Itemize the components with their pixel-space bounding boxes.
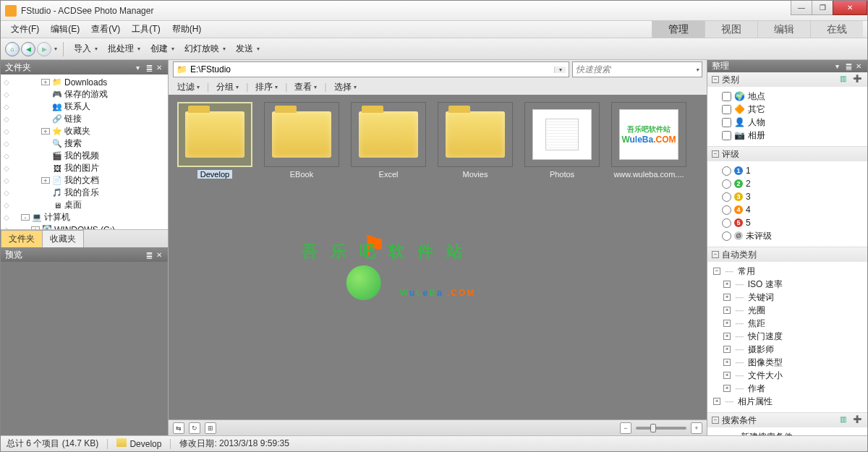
folder-tree[interactable]: ◇+📁Downloads◇🎮保存的游戏◇👥联系人◇🔗链接◇+⭐收藏夹◇🔍搜索◇🎬… xyxy=(1,74,168,229)
thumbnail-area[interactable]: DevelopEBookExcelMoviesPhotos吾乐吧软件站WuleB… xyxy=(169,95,707,419)
tree-item[interactable]: ◇🎵我的音乐 xyxy=(1,187,168,199)
preview-close-icon[interactable]: ✕ xyxy=(156,251,163,259)
tree-item[interactable]: ◇🎬我的视频 xyxy=(1,150,168,162)
tree-item[interactable]: ◇👥联系人 xyxy=(1,101,168,113)
rating-item[interactable]: 33 xyxy=(707,190,867,203)
mode-online[interactable]: 在线 xyxy=(810,21,863,38)
rating-item[interactable]: 11 xyxy=(707,164,867,177)
tree-item[interactable]: ◇🖼我的图片 xyxy=(1,162,168,174)
auto-head[interactable]: −自动类别 xyxy=(707,247,867,262)
new-search-item[interactable]: ·····新建搜索条件 xyxy=(707,430,867,435)
thumbnail-item[interactable]: Develop xyxy=(176,102,254,179)
category-item[interactable]: 🔶其它 xyxy=(707,103,867,116)
preview-pin-icon[interactable]: ䷀ xyxy=(146,251,153,259)
tool-send[interactable]: 发送 xyxy=(231,43,264,55)
filter-filter[interactable]: 过滤 xyxy=(174,81,203,93)
category-item[interactable]: 🌍地点 xyxy=(707,90,867,103)
search-add-icon[interactable]: ➕ xyxy=(853,415,863,425)
tree-item[interactable]: ◇+📁Downloads xyxy=(1,76,168,88)
filter-sort[interactable]: 排序 xyxy=(252,81,281,93)
tool-batch[interactable]: 批处理 xyxy=(103,43,145,55)
thumb-tool-2[interactable]: ↻ xyxy=(189,422,200,434)
nav-back-button[interactable]: ◀ xyxy=(21,42,35,56)
mode-manage[interactable]: 管理 xyxy=(652,21,705,38)
categories-head[interactable]: −类别 ▥➕ xyxy=(707,72,867,87)
menu-tools[interactable]: 工具(T) xyxy=(126,21,166,38)
rating-item[interactable]: 22 xyxy=(707,177,867,190)
thumb-tool-3[interactable]: ⊞ xyxy=(205,422,216,434)
auto-item[interactable]: +·····作者 xyxy=(723,382,867,395)
menu-edit[interactable]: 编辑(E) xyxy=(45,21,85,38)
menu-view[interactable]: 查看(V) xyxy=(85,21,126,38)
close-button[interactable]: ✕ xyxy=(833,1,867,15)
tool-create[interactable]: 创建 xyxy=(146,43,179,55)
tree-item[interactable]: ◇🔗链接 xyxy=(1,113,168,125)
tab-favorites[interactable]: 收藏夹 xyxy=(42,230,84,247)
thumbnail-item[interactable]: Photos xyxy=(523,102,601,179)
auto-item[interactable]: +·····文件大小 xyxy=(723,369,867,382)
ratings-head[interactable]: −评级 xyxy=(707,147,867,161)
organize-pin-icon[interactable]: ䷀ xyxy=(846,62,853,70)
auto-item[interactable]: +·····焦距 xyxy=(723,317,867,330)
rating-item[interactable]: 44 xyxy=(707,203,867,216)
auto-item[interactable]: +·····光圈 xyxy=(723,304,867,317)
panel-close-icon[interactable]: ✕ xyxy=(156,64,163,72)
quick-search-input[interactable]: 快速搜索 ▾ xyxy=(572,61,702,77)
tree-item[interactable]: ◇-💻计算机 xyxy=(1,211,168,223)
preview-panel: 预览 ䷀ ✕ xyxy=(1,247,168,435)
cat-add-icon[interactable]: ➕ xyxy=(853,74,863,85)
minimize-button[interactable]: — xyxy=(791,1,812,15)
organize-menu-icon[interactable]: ▾ xyxy=(835,62,843,70)
auto-item[interactable]: +·····ISO 速率 xyxy=(723,278,867,291)
tool-import[interactable]: 导入 xyxy=(69,43,102,55)
auto-common[interactable]: −·····常用 xyxy=(707,265,867,278)
thumbnail-item[interactable]: Excel xyxy=(349,102,427,179)
tab-folders[interactable]: 文件夹 xyxy=(1,230,43,247)
zoom-out-button[interactable]: − xyxy=(620,422,631,434)
menu-file[interactable]: 文件(F) xyxy=(5,21,45,38)
maximize-button[interactable]: ❐ xyxy=(812,1,833,15)
thumb-tool-1[interactable]: ⇆ xyxy=(173,422,184,434)
filter-view[interactable]: 查看 xyxy=(292,81,320,93)
organize-close-icon[interactable]: ✕ xyxy=(856,62,863,70)
thumbnail-item[interactable]: 吾乐吧软件站WuleBa.COMwww.wuleba.com.... xyxy=(610,102,688,179)
menu-help[interactable]: 帮助(H) xyxy=(166,21,208,38)
search-dropdown-icon[interactable]: ▾ xyxy=(696,67,699,73)
nav-home-button[interactable]: ⌂ xyxy=(5,42,20,56)
cat-tool-icon[interactable]: ▥ xyxy=(840,74,850,85)
tree-item[interactable]: ◇🔍搜索 xyxy=(1,137,168,150)
filter-group[interactable]: 分组 xyxy=(213,81,242,93)
tree-item[interactable]: ◇🖥桌面 xyxy=(1,199,168,211)
path-dropdown-icon[interactable]: ▾ xyxy=(554,67,566,73)
mode-view[interactable]: 视图 xyxy=(705,21,757,38)
search-tool-icon[interactable]: ▥ xyxy=(840,415,850,425)
thumbnail-item[interactable]: EBook xyxy=(263,102,341,179)
mode-edit[interactable]: 编辑 xyxy=(757,21,810,38)
zoom-in-button[interactable]: + xyxy=(691,422,702,434)
app-icon xyxy=(5,5,17,17)
category-item[interactable]: 📷相册 xyxy=(707,129,867,142)
auto-item[interactable]: +·····关键词 xyxy=(723,291,867,304)
category-item[interactable]: 👤人物 xyxy=(707,116,867,129)
panel-menu-icon[interactable]: ▾ xyxy=(136,64,143,72)
auto-item[interactable]: +·····快门速度 xyxy=(723,330,867,343)
path-text: E:\FStudio xyxy=(190,64,231,74)
search-head[interactable]: −搜索条件 ▥➕ xyxy=(707,413,867,427)
rating-item[interactable]: 55 xyxy=(707,216,867,229)
tool-slideshow[interactable]: 幻灯放映 xyxy=(180,43,230,55)
nav-dropdown-icon[interactable]: ▾ xyxy=(54,46,57,52)
auto-photo-attr[interactable]: +·····相片属性 xyxy=(707,395,867,408)
tree-item[interactable]: ◇+💽WINDOWS (C:) xyxy=(1,223,168,229)
panel-pin-icon[interactable]: ䷀ xyxy=(146,64,153,72)
nav-forward-button[interactable]: ▶ xyxy=(37,42,51,56)
zoom-slider[interactable] xyxy=(636,427,686,430)
auto-item[interactable]: +·····摄影师 xyxy=(723,343,867,356)
auto-item[interactable]: +·····图像类型 xyxy=(723,356,867,369)
thumbnail-item[interactable]: Movies xyxy=(436,102,514,179)
filter-select[interactable]: 选择 xyxy=(331,81,359,93)
rating-unrated[interactable]: Ø未评级 xyxy=(707,229,867,242)
path-input[interactable]: 📁 E:\FStudio ▾ xyxy=(173,61,569,77)
tree-item[interactable]: ◇+📄我的文档 xyxy=(1,174,168,187)
tree-item[interactable]: ◇+⭐收藏夹 xyxy=(1,125,168,137)
tree-item[interactable]: ◇🎮保存的游戏 xyxy=(1,88,168,101)
